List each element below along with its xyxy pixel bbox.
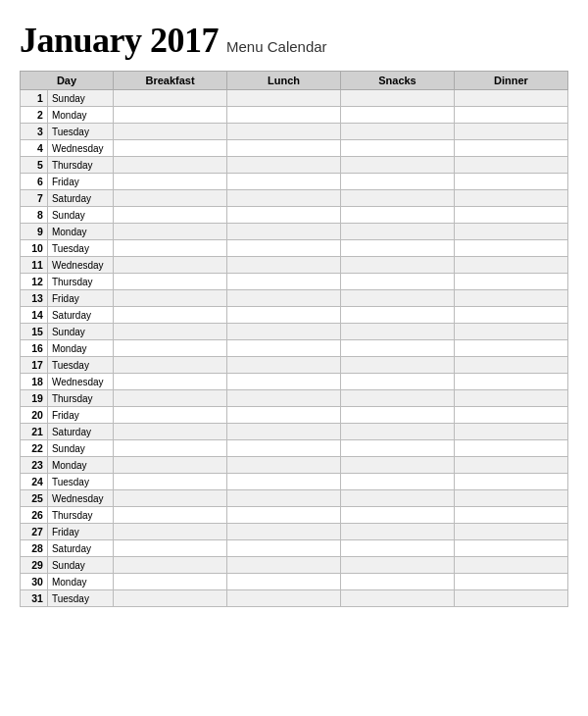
day-name: Sunday bbox=[47, 90, 113, 107]
day-name: Saturday bbox=[47, 190, 113, 207]
snacks-cell bbox=[340, 207, 454, 224]
day-name: Sunday bbox=[47, 207, 113, 224]
snacks-cell bbox=[340, 524, 454, 540]
dinner-cell bbox=[454, 540, 567, 557]
dinner-cell bbox=[454, 324, 567, 340]
day-name: Monday bbox=[47, 224, 113, 240]
lunch-cell bbox=[227, 174, 341, 190]
day-number: 31 bbox=[21, 590, 48, 607]
calendar-title-sub: Menu Calendar bbox=[226, 38, 327, 55]
table-row: 18Wednesday bbox=[21, 374, 568, 390]
table-row: 2Monday bbox=[21, 107, 568, 124]
dinner-cell bbox=[454, 124, 567, 140]
table-row: 22Sunday bbox=[21, 440, 568, 457]
table-row: 16Monday bbox=[21, 340, 568, 357]
table-body: 1Sunday2Monday3Tuesday4Wednesday5Thursda… bbox=[21, 90, 568, 607]
breakfast-cell bbox=[114, 140, 227, 157]
table-row: 19Thursday bbox=[21, 390, 568, 407]
dinner-cell bbox=[454, 440, 567, 457]
day-name: Thursday bbox=[47, 390, 113, 407]
table-row: 4Wednesday bbox=[21, 140, 568, 157]
breakfast-cell bbox=[114, 440, 227, 457]
breakfast-cell bbox=[114, 574, 227, 590]
snacks-cell bbox=[340, 307, 454, 324]
table-row: 23Monday bbox=[21, 457, 568, 474]
page-header: January 2017 Menu Calendar bbox=[20, 20, 568, 61]
snacks-cell bbox=[340, 340, 454, 357]
table-row: 14Saturday bbox=[21, 307, 568, 324]
day-number: 2 bbox=[21, 107, 48, 124]
breakfast-cell bbox=[114, 107, 227, 124]
dinner-cell bbox=[454, 340, 567, 357]
day-number: 21 bbox=[21, 424, 48, 440]
breakfast-cell bbox=[114, 207, 227, 224]
lunch-cell bbox=[227, 340, 341, 357]
day-name: Saturday bbox=[47, 540, 113, 557]
lunch-cell bbox=[227, 590, 341, 607]
col-dinner-header: Dinner bbox=[454, 72, 567, 90]
breakfast-cell bbox=[114, 307, 227, 324]
breakfast-cell bbox=[114, 507, 227, 524]
lunch-cell bbox=[227, 324, 341, 340]
table-row: 3Tuesday bbox=[21, 124, 568, 140]
day-number: 16 bbox=[21, 340, 48, 357]
dinner-cell bbox=[454, 140, 567, 157]
col-snacks-header: Snacks bbox=[340, 72, 454, 90]
lunch-cell bbox=[227, 490, 341, 507]
dinner-cell bbox=[454, 507, 567, 524]
lunch-cell bbox=[227, 157, 341, 174]
dinner-cell bbox=[454, 224, 567, 240]
snacks-cell bbox=[340, 290, 454, 307]
day-name: Wednesday bbox=[47, 374, 113, 390]
lunch-cell bbox=[227, 574, 341, 590]
lunch-cell bbox=[227, 107, 341, 124]
day-name: Friday bbox=[47, 407, 113, 424]
day-number: 5 bbox=[21, 157, 48, 174]
breakfast-cell bbox=[114, 290, 227, 307]
lunch-cell bbox=[227, 374, 341, 390]
table-row: 21Saturday bbox=[21, 424, 568, 440]
day-number: 25 bbox=[21, 490, 48, 507]
dinner-cell bbox=[454, 107, 567, 124]
snacks-cell bbox=[340, 507, 454, 524]
day-number: 28 bbox=[21, 540, 48, 557]
snacks-cell bbox=[340, 374, 454, 390]
day-number: 14 bbox=[21, 307, 48, 324]
day-name: Thursday bbox=[47, 274, 113, 290]
dinner-cell bbox=[454, 407, 567, 424]
snacks-cell bbox=[340, 557, 454, 574]
day-name: Tuesday bbox=[47, 590, 113, 607]
lunch-cell bbox=[227, 290, 341, 307]
table-row: 5Thursday bbox=[21, 157, 568, 174]
dinner-cell bbox=[454, 474, 567, 490]
lunch-cell bbox=[227, 407, 341, 424]
breakfast-cell bbox=[114, 340, 227, 357]
day-name: Monday bbox=[47, 457, 113, 474]
lunch-cell bbox=[227, 207, 341, 224]
day-number: 11 bbox=[21, 257, 48, 274]
day-name: Sunday bbox=[47, 440, 113, 457]
day-name: Thursday bbox=[47, 507, 113, 524]
table-row: 31Tuesday bbox=[21, 590, 568, 607]
lunch-cell bbox=[227, 240, 341, 257]
snacks-cell bbox=[340, 474, 454, 490]
snacks-cell bbox=[340, 540, 454, 557]
table-row: 28Saturday bbox=[21, 540, 568, 557]
lunch-cell bbox=[227, 507, 341, 524]
day-name: Wednesday bbox=[47, 257, 113, 274]
snacks-cell bbox=[340, 157, 454, 174]
dinner-cell bbox=[454, 240, 567, 257]
table-row: 9Monday bbox=[21, 224, 568, 240]
day-number: 15 bbox=[21, 324, 48, 340]
snacks-cell bbox=[340, 324, 454, 340]
table-row: 15Sunday bbox=[21, 324, 568, 340]
day-number: 12 bbox=[21, 274, 48, 290]
dinner-cell bbox=[454, 290, 567, 307]
table-row: 6Friday bbox=[21, 174, 568, 190]
table-row: 29Sunday bbox=[21, 557, 568, 574]
day-name: Tuesday bbox=[47, 240, 113, 257]
day-name: Friday bbox=[47, 524, 113, 540]
day-name: Sunday bbox=[47, 557, 113, 574]
table-row: 8Sunday bbox=[21, 207, 568, 224]
day-name: Tuesday bbox=[47, 474, 113, 490]
